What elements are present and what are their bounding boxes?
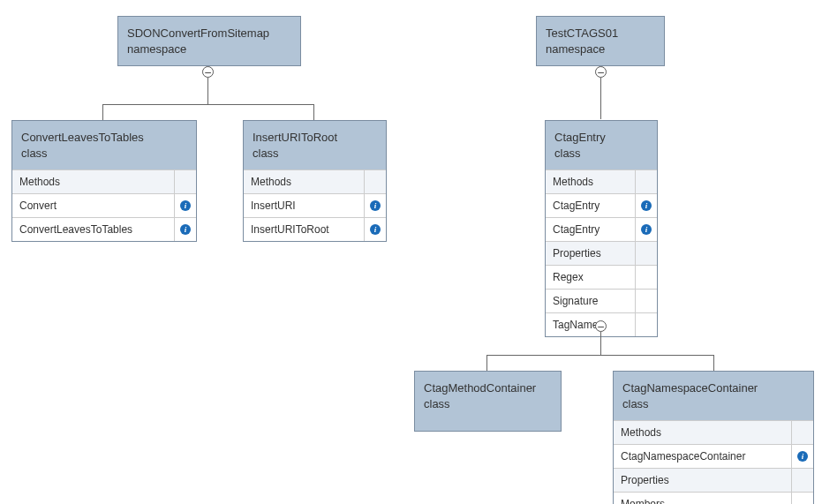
section-row: Methods xyxy=(244,169,386,193)
connector-line xyxy=(486,355,714,356)
node-header: SDONConvertFromSitemap namespace xyxy=(118,17,300,65)
member-label: Members xyxy=(614,493,792,504)
node-header: ConvertLeavesToTables class xyxy=(12,121,196,169)
section-label: Methods xyxy=(546,170,636,193)
node-kind: namespace xyxy=(546,41,655,57)
member-label: CtagEntry xyxy=(546,194,636,217)
nesting-connector-icon: – xyxy=(202,66,214,78)
member-label: CtagEntry xyxy=(546,218,636,241)
member-row[interactable]: Members xyxy=(614,492,813,504)
cell-icon-empty xyxy=(365,170,386,193)
connector-line xyxy=(600,332,601,355)
nesting-connector-icon: – xyxy=(595,320,607,332)
namespace-testctags01[interactable]: TestCTAGS01 namespace xyxy=(536,16,665,66)
info-icon[interactable]: i xyxy=(175,218,196,241)
info-icon[interactable]: i xyxy=(792,445,813,468)
node-kind: namespace xyxy=(127,41,291,57)
section-label: Methods xyxy=(12,170,175,193)
node-header: CtagNamespaceContainer class xyxy=(614,372,813,420)
member-label: TagName xyxy=(546,313,636,336)
info-icon[interactable]: i xyxy=(175,194,196,217)
node-kind: class xyxy=(21,146,187,162)
member-row[interactable]: InsertURI i xyxy=(244,193,386,217)
cell-icon-empty xyxy=(792,421,813,444)
node-body: Methods Convert i ConvertLeavesToTables … xyxy=(12,169,196,241)
nesting-connector-icon: – xyxy=(595,66,607,78)
cell-icon-empty xyxy=(792,493,813,504)
cell-icon-empty xyxy=(636,313,657,336)
cell-icon-empty xyxy=(636,242,657,265)
node-kind: class xyxy=(424,396,552,412)
node-title: CtagNamespaceContainer xyxy=(622,380,804,396)
connector-line xyxy=(486,355,487,371)
node-title: ConvertLeavesToTables xyxy=(21,130,187,146)
member-label: Signature xyxy=(546,290,636,312)
node-kind: class xyxy=(622,396,804,412)
class-ctagentry[interactable]: CtagEntry class Methods CtagEntry i Ctag… xyxy=(545,120,658,337)
connector-line xyxy=(313,104,314,120)
info-icon[interactable]: i xyxy=(365,218,386,241)
section-label: Properties xyxy=(546,242,636,265)
node-kind: class xyxy=(253,146,377,162)
info-icon[interactable]: i xyxy=(636,194,657,217)
member-label: InsertURIToRoot xyxy=(244,218,365,241)
info-icon[interactable]: i xyxy=(365,194,386,217)
section-row: Methods xyxy=(12,169,196,193)
class-convertleavestotables[interactable]: ConvertLeavesToTables class Methods Conv… xyxy=(11,120,197,242)
node-body: Methods CtagEntry i CtagEntry i Properti… xyxy=(546,169,657,336)
cell-icon-empty xyxy=(636,290,657,312)
member-row[interactable]: CtagEntry i xyxy=(546,193,657,217)
member-row[interactable]: Regex xyxy=(546,265,657,289)
member-row[interactable]: ConvertLeavesToTables i xyxy=(12,217,196,241)
node-kind: class xyxy=(554,146,648,162)
namespace-sdonconvertfromsitemap[interactable]: SDONConvertFromSitemap namespace xyxy=(117,16,301,66)
node-body: Methods CtagNamespaceContainer i Propert… xyxy=(614,420,813,504)
cell-icon-empty xyxy=(175,170,196,193)
info-icon[interactable]: i xyxy=(636,218,657,241)
member-label: Convert xyxy=(12,194,175,217)
section-row: Properties xyxy=(614,468,813,492)
node-header: CtagMethodContainer class xyxy=(415,372,561,431)
connector-line xyxy=(207,78,208,104)
member-row[interactable]: InsertURIToRoot i xyxy=(244,217,386,241)
node-header: TestCTAGS01 namespace xyxy=(537,17,664,65)
connector-line xyxy=(600,78,601,119)
connector-line xyxy=(102,104,103,120)
member-label: CtagNamespaceContainer xyxy=(614,445,792,468)
class-inserturitoroot[interactable]: InsertURIToRoot class Methods InsertURI … xyxy=(243,120,387,242)
member-label: Regex xyxy=(546,266,636,289)
node-header: InsertURIToRoot class xyxy=(244,121,386,169)
member-row[interactable]: Convert i xyxy=(12,193,196,217)
section-row: Methods xyxy=(614,420,813,444)
node-title: CtagMethodContainer xyxy=(424,380,552,396)
connector-line xyxy=(102,104,314,105)
section-row: Methods xyxy=(546,169,657,193)
class-ctagnamespacecontainer[interactable]: CtagNamespaceContainer class Methods Cta… xyxy=(613,371,814,504)
section-row: Properties xyxy=(546,241,657,265)
member-row[interactable]: CtagNamespaceContainer i xyxy=(614,444,813,468)
cell-icon-empty xyxy=(792,469,813,492)
member-label: ConvertLeavesToTables xyxy=(12,218,175,241)
node-title: TestCTAGS01 xyxy=(546,26,655,41)
cell-icon-empty xyxy=(636,170,657,193)
node-title: CtagEntry xyxy=(554,130,648,146)
section-label: Properties xyxy=(614,469,792,492)
cell-icon-empty xyxy=(636,266,657,289)
node-title: InsertURIToRoot xyxy=(253,130,377,146)
section-label: Methods xyxy=(614,421,792,444)
member-label: InsertURI xyxy=(244,194,365,217)
node-title: SDONConvertFromSitemap xyxy=(127,26,291,41)
node-body: Methods InsertURI i InsertURIToRoot i xyxy=(244,169,386,241)
section-label: Methods xyxy=(244,170,365,193)
class-ctagmethodcontainer[interactable]: CtagMethodContainer class xyxy=(414,371,562,432)
connector-line xyxy=(713,355,714,371)
member-row[interactable]: Signature xyxy=(546,289,657,312)
member-row[interactable]: CtagEntry i xyxy=(546,217,657,241)
node-header: CtagEntry class xyxy=(546,121,657,169)
